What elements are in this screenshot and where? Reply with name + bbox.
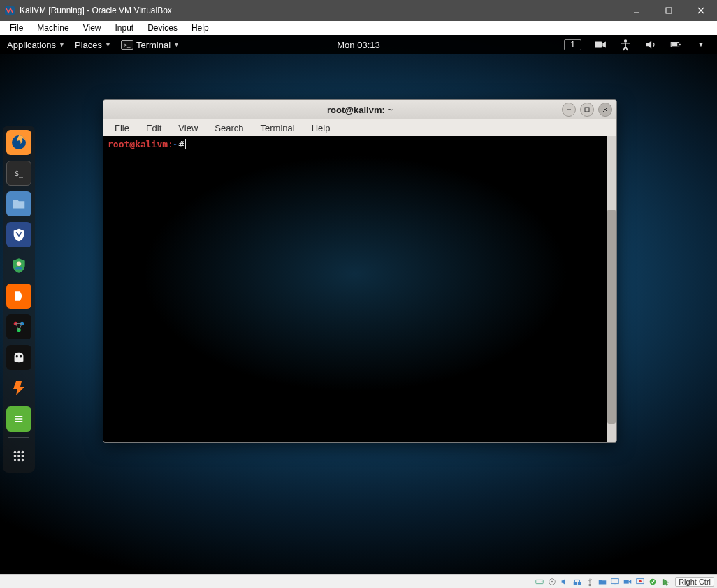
prompt-colon: : [168, 139, 173, 149]
network-icon[interactable] [572, 576, 583, 587]
vbox-menu-view[interactable]: View [76, 22, 108, 34]
terminal-body: root@kalivm:~# [103, 136, 616, 442]
vbox-title: KaliVM [Running] - Oracle VM VirtualBox [20, 6, 621, 15]
usb-icon[interactable] [584, 576, 595, 587]
svg-point-28 [22, 455, 24, 457]
places-menu[interactable]: Places ▼ [75, 40, 111, 50]
burpsuite-icon[interactable] [6, 284, 31, 309]
terminal-menu-edit[interactable]: Edit [139, 122, 168, 134]
vbox-menubar: File Machine View Input Devices Help [0, 21, 717, 35]
chevron-down-icon: ▼ [173, 41, 180, 48]
svg-rect-43 [611, 578, 619, 583]
vbox-menu-help[interactable]: Help [184, 22, 216, 34]
svg-point-48 [650, 578, 656, 585]
terminal-title: root@kalivm: ~ [327, 105, 393, 115]
audio-icon[interactable] [559, 576, 570, 587]
applications-menu[interactable]: Applications ▼ [7, 40, 65, 50]
workspace-indicator[interactable]: 1 [564, 39, 581, 50]
chevron-down-icon: ▼ [105, 41, 111, 48]
vbox-status-icons [534, 576, 671, 587]
terminal-menu-view[interactable]: View [171, 122, 205, 134]
terminal-menu-file[interactable]: File [108, 122, 136, 134]
terminal-close-button[interactable] [598, 103, 612, 117]
virtualbox-window: KaliVM [Running] - Oracle VM VirtualBox … [0, 0, 717, 588]
vbox-window-controls [621, 0, 717, 21]
armitage-icon[interactable] [6, 253, 31, 278]
svg-rect-33 [585, 108, 589, 112]
terminal-window[interactable]: root@kalivm: ~ File Edit View Search Ter… [103, 99, 617, 443]
svg-rect-8 [679, 44, 681, 45]
svg-point-23 [14, 451, 17, 454]
scrollbar-thumb[interactable] [607, 210, 616, 424]
svg-rect-5 [595, 42, 602, 48]
vbox-titlebar[interactable]: KaliVM [Running] - Oracle VM VirtualBox [0, 0, 717, 21]
terminal-maximize-button[interactable] [580, 103, 594, 117]
svg-rect-41 [578, 582, 581, 585]
svg-rect-2 [666, 8, 672, 13]
vbox-menu-input[interactable]: Input [108, 22, 141, 34]
prompt-symbol: # [179, 139, 184, 149]
video-capture-icon[interactable] [622, 576, 633, 587]
kali-desktop[interactable]: Applications ▼ Places ▼ >_ Terminal ▼ Mo… [0, 35, 717, 574]
accessibility-icon[interactable] [619, 38, 632, 51]
topbar-left: Applications ▼ Places ▼ >_ Terminal ▼ [0, 40, 180, 50]
vbox-guest-display[interactable]: Applications ▼ Places ▼ >_ Terminal ▼ Mo… [0, 35, 717, 574]
svg-point-29 [14, 459, 17, 462]
prompt-host: kalivm [135, 139, 168, 149]
svg-point-37 [542, 581, 543, 582]
video-record-icon[interactable] [594, 38, 607, 51]
terminal-content[interactable]: root@kalivm:~# [103, 136, 607, 442]
beef-icon[interactable] [6, 345, 31, 370]
files-icon[interactable] [6, 191, 31, 216]
show-apps-icon[interactable] [6, 443, 31, 469]
svg-point-27 [17, 455, 20, 457]
vbox-menu-machine[interactable]: Machine [30, 22, 75, 34]
mouse-integration-icon[interactable] [660, 576, 671, 587]
firefox-icon[interactable] [6, 130, 31, 155]
terminal-minimize-button[interactable] [562, 103, 576, 117]
terminal-window-controls [562, 103, 612, 117]
terminal-scrollbar[interactable] [607, 136, 616, 442]
vbox-menu-file[interactable]: File [3, 22, 30, 34]
terminal-menu-search[interactable]: Search [208, 122, 250, 134]
terminal-app-icon: >_ [121, 40, 133, 50]
optical-disk-icon[interactable] [546, 576, 558, 587]
terminal-titlebar[interactable]: root@kalivm: ~ [103, 100, 616, 119]
places-label: Places [75, 40, 102, 50]
guest-additions-icon[interactable] [647, 576, 658, 587]
display-icon[interactable] [609, 576, 621, 587]
close-button[interactable] [685, 0, 717, 21]
battery-icon[interactable] [669, 38, 682, 51]
svg-point-19 [20, 355, 22, 358]
faraday-icon[interactable] [6, 376, 31, 401]
metasploit-icon[interactable] [6, 222, 31, 247]
volume-icon[interactable] [644, 38, 657, 51]
terminal-icon[interactable]: $_ [6, 161, 31, 186]
svg-point-24 [17, 451, 20, 454]
svg-point-6 [624, 39, 628, 43]
dock-separator [8, 437, 29, 438]
scrollbar-track[interactable] [607, 136, 616, 442]
active-app-label: Terminal [136, 40, 171, 50]
chevron-down-icon: ▼ [59, 41, 65, 48]
maximize-button[interactable] [653, 0, 685, 21]
recording-icon[interactable] [635, 576, 646, 587]
leafpad-icon[interactable] [6, 406, 31, 432]
svg-point-31 [22, 459, 24, 462]
minimize-button[interactable] [621, 0, 653, 21]
host-key-indicator[interactable]: Right Ctrl [675, 577, 714, 587]
terminal-prompt-line: root@kalivm:~# [108, 139, 602, 151]
power-menu-icon[interactable]: ▼ [695, 38, 707, 51]
vbox-statusbar: Right Ctrl [0, 574, 717, 588]
terminal-menubar: File Edit View Search Terminal Help [103, 119, 616, 136]
terminal-menu-help[interactable]: Help [305, 122, 338, 134]
svg-point-26 [14, 455, 17, 457]
vbox-menu-devices[interactable]: Devices [140, 22, 184, 34]
applications-label: Applications [7, 40, 56, 50]
active-app-menu[interactable]: >_ Terminal ▼ [121, 40, 180, 50]
maltego-icon[interactable] [6, 314, 31, 339]
hard-disk-icon[interactable] [534, 576, 545, 587]
svg-point-18 [16, 355, 18, 358]
terminal-menu-terminal[interactable]: Terminal [254, 122, 302, 134]
shared-folder-icon[interactable] [597, 576, 608, 587]
